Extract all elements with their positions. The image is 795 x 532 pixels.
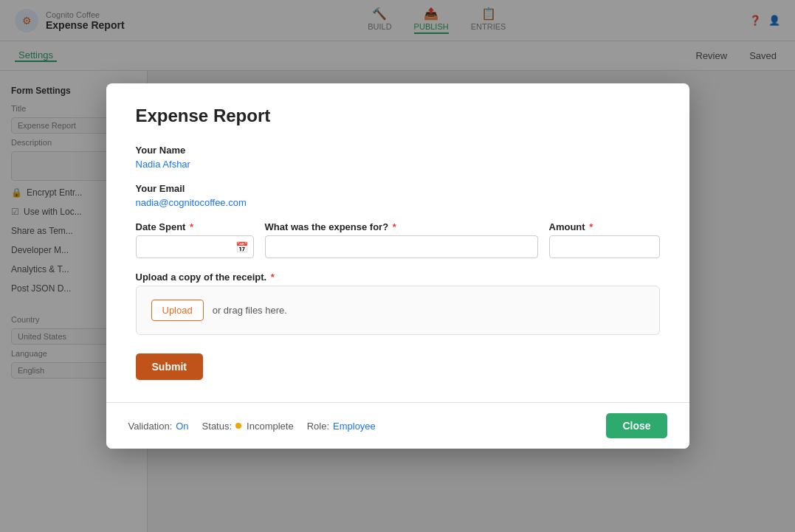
validation-value: On	[176, 421, 188, 432]
submit-button[interactable]: Submit	[136, 353, 203, 380]
close-button[interactable]: Close	[606, 413, 667, 438]
validation-label: Validation:	[128, 421, 173, 432]
status-meta: Status: Incomplete	[202, 421, 294, 432]
expense-for-col: What was the expense for? *	[265, 221, 538, 258]
date-spent-label: Date Spent *	[136, 221, 254, 232]
amount-col: Amount *	[549, 221, 660, 258]
upload-area: Upload or drag files here.	[136, 286, 660, 335]
validation-meta: Validation: On	[128, 421, 189, 432]
your-name-field: Your Name Nadia Afshar	[136, 145, 660, 170]
modal-footer: Validation: On Status: Incomplete Role: …	[106, 402, 689, 449]
status-dot	[235, 423, 241, 429]
expense-report-modal: Expense Report Your Name Nadia Afshar Yo…	[106, 83, 689, 449]
upload-section: Upload a copy of the receipt. * Upload o…	[136, 272, 660, 335]
date-input-wrapper: 📅	[136, 235, 254, 258]
upload-label: Upload a copy of the receipt. *	[136, 272, 660, 283]
modal-title: Expense Report	[136, 106, 660, 126]
your-email-label: Your Email	[136, 183, 660, 194]
role-meta: Role: Employee	[307, 421, 376, 432]
expense-for-label: What was the expense for? *	[265, 221, 538, 232]
amount-required-star: *	[587, 221, 593, 232]
date-spent-input[interactable]	[136, 235, 254, 258]
your-email-field: Your Email nadia@cognitocoffee.com	[136, 183, 660, 208]
amount-label: Amount *	[549, 221, 660, 232]
upload-hint: or drag files here.	[213, 305, 287, 316]
expense-required-star: *	[390, 221, 396, 232]
upload-required-star: *	[268, 272, 275, 283]
role-value: Employee	[333, 421, 376, 432]
modal-body: Expense Report Your Name Nadia Afshar Yo…	[106, 83, 689, 402]
date-spent-col: Date Spent * 📅	[136, 221, 254, 258]
form-row-details: Date Spent * 📅 What was the expense for?…	[136, 221, 660, 258]
date-required-star: *	[187, 221, 193, 232]
footer-meta: Validation: On Status: Incomplete Role: …	[128, 421, 376, 432]
status-label: Status:	[202, 421, 232, 432]
amount-input[interactable]	[549, 235, 660, 258]
expense-for-input[interactable]	[265, 235, 538, 258]
your-name-label: Your Name	[136, 145, 660, 156]
role-label: Role:	[307, 421, 329, 432]
your-name-value: Nadia Afshar	[136, 159, 660, 170]
your-email-value: nadia@cognitocoffee.com	[136, 197, 660, 208]
status-value: Incomplete	[247, 421, 294, 432]
upload-button[interactable]: Upload	[151, 300, 204, 321]
modal-overlay: Expense Report Your Name Nadia Afshar Yo…	[0, 0, 795, 532]
